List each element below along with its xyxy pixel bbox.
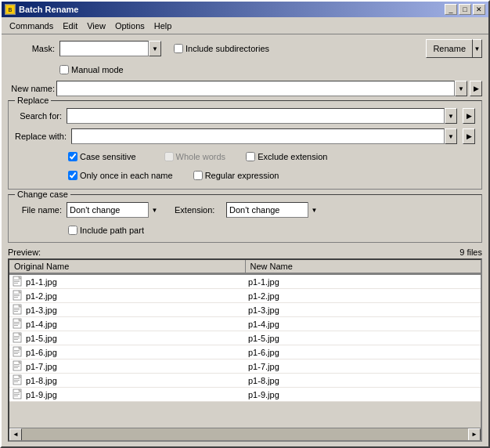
table-cell-original: p1-3.jpg xyxy=(9,303,245,317)
svg-rect-31 xyxy=(14,353,18,354)
new-name-dropdown-btn[interactable]: ▼ xyxy=(455,81,467,96)
scroll-track[interactable] xyxy=(22,428,468,441)
case-sensitive-label[interactable]: Case sensitive xyxy=(68,152,136,161)
table-row[interactable]: p1-5.jpg p1-5.jpg xyxy=(9,331,481,345)
svg-rect-5 xyxy=(14,281,20,282)
file-icon xyxy=(13,332,23,345)
menu-options[interactable]: Options xyxy=(110,20,150,32)
exclude-extension-checkbox[interactable] xyxy=(246,152,255,161)
mask-combo-wrap: *.* ▼ xyxy=(59,41,161,56)
table-cell-new: p1-8.jpg xyxy=(245,375,481,386)
file-icon xyxy=(13,318,23,331)
replace-with-row: Replace with: ▼ ▶ xyxy=(15,128,475,145)
svg-rect-9 xyxy=(14,294,20,294)
table-row[interactable]: p1-7.jpg p1-7.jpg xyxy=(9,359,481,374)
file-icon xyxy=(13,388,23,401)
table-row[interactable]: p1-4.jpg p1-4.jpg xyxy=(9,317,481,331)
change-case-label: Change case xyxy=(15,190,70,199)
file-name-label: File name: xyxy=(15,205,62,215)
change-case-section: Change case File name: Don't change ▼ Ex… xyxy=(8,194,482,243)
svg-rect-24 xyxy=(14,336,20,337)
table-cell-new: p1-9.jpg xyxy=(245,389,481,400)
new-name-input[interactable]: $(OriginalName) xyxy=(56,81,455,96)
menu-commands[interactable]: Commands xyxy=(5,20,58,32)
new-name-label: New name: xyxy=(8,84,55,93)
file-name-select-wrap: Don't change ▼ xyxy=(67,202,160,218)
scroll-left-btn[interactable]: ◄ xyxy=(9,428,22,441)
new-name-combo-wrap: $(OriginalName) ▼ xyxy=(56,81,467,96)
table-body[interactable]: p1-1.jpg p1-1.jpg p1-2.jpg p1-2.jpg xyxy=(9,275,481,428)
whole-words-label[interactable]: Whole words xyxy=(164,152,226,161)
extension-select[interactable]: Don't change xyxy=(226,202,320,218)
svg-text:B: B xyxy=(9,7,13,13)
rename-button[interactable]: Rename xyxy=(426,39,473,58)
replace-input[interactable] xyxy=(71,128,445,144)
col-original-header: Original Name xyxy=(9,260,246,274)
table-cell-original: p1-5.jpg xyxy=(9,331,245,345)
table-row[interactable]: p1-1.jpg p1-1.jpg xyxy=(9,275,481,289)
close-button[interactable]: ✕ xyxy=(473,4,485,15)
new-name-row: New name: $(OriginalName) ▼ ▶ xyxy=(8,80,482,97)
manual-mode-checkbox[interactable] xyxy=(59,65,69,74)
only-once-checkbox[interactable] xyxy=(68,171,77,180)
svg-rect-21 xyxy=(14,325,18,326)
svg-rect-26 xyxy=(14,339,18,340)
file-count: 9 files xyxy=(459,247,482,257)
mask-dropdown-btn[interactable]: ▼ xyxy=(149,41,161,56)
replace-dropdown-btn[interactable]: ▼ xyxy=(445,128,457,144)
file-name-select[interactable]: Don't change xyxy=(67,202,160,218)
horizontal-scrollbar[interactable]: ◄ ► xyxy=(9,428,481,440)
checkboxes-row2: Only once in each name Regular expressio… xyxy=(68,167,475,184)
table-cell-original: p1-8.jpg xyxy=(9,374,245,388)
table-row[interactable]: p1-8.jpg p1-8.jpg xyxy=(9,374,481,388)
replace-arrow-btn[interactable]: ▶ xyxy=(463,128,475,144)
include-path-label[interactable]: Include path part xyxy=(68,226,144,235)
menu-edit[interactable]: Edit xyxy=(58,20,82,32)
table-row[interactable]: p1-6.jpg p1-6.jpg xyxy=(9,345,481,359)
case-sensitive-checkbox[interactable] xyxy=(68,152,77,161)
search-dropdown-btn[interactable]: ▼ xyxy=(445,108,457,124)
table-header: Original Name New Name xyxy=(9,260,481,275)
svg-rect-36 xyxy=(14,367,18,368)
scroll-right-btn[interactable]: ► xyxy=(468,428,481,441)
manual-mode-label[interactable]: Manual mode xyxy=(59,65,124,74)
svg-rect-19 xyxy=(14,322,20,323)
menu-help[interactable]: Help xyxy=(150,20,177,32)
mask-input[interactable]: *.* xyxy=(59,41,149,56)
preview-label: Preview: xyxy=(8,247,41,257)
whole-words-checkbox[interactable] xyxy=(164,152,174,161)
new-name-arrow-btn[interactable]: ▶ xyxy=(470,81,482,96)
maximize-button[interactable]: □ xyxy=(459,4,471,15)
include-subdirs-checkbox[interactable] xyxy=(174,44,183,53)
svg-rect-35 xyxy=(14,366,20,367)
regex-label[interactable]: Regular expression xyxy=(193,171,279,180)
app-icon: B xyxy=(5,4,16,15)
replace-section-label: Replace xyxy=(15,96,51,105)
only-once-label[interactable]: Only once in each name xyxy=(68,171,173,180)
table-row[interactable]: p1-2.jpg p1-2.jpg xyxy=(9,289,481,303)
file-icon xyxy=(13,304,23,316)
table-cell-original: p1-9.jpg xyxy=(9,388,245,402)
mask-row: Mask: *.* ▼ Include subdirectories Renam… xyxy=(8,39,482,58)
svg-rect-6 xyxy=(14,283,18,284)
menu-view[interactable]: View xyxy=(82,20,110,32)
table-cell-new: p1-6.jpg xyxy=(245,347,481,358)
search-arrow-btn[interactable]: ▶ xyxy=(463,108,475,124)
include-path-row: Include path part xyxy=(68,222,475,239)
minimize-button[interactable]: _ xyxy=(445,4,457,15)
regex-checkbox[interactable] xyxy=(193,171,203,180)
svg-rect-29 xyxy=(14,350,20,351)
table-cell-new: p1-4.jpg xyxy=(245,319,481,330)
svg-rect-11 xyxy=(14,297,18,298)
table-row[interactable]: p1-3.jpg p1-3.jpg xyxy=(9,303,481,317)
replace-section: Replace Search for: ▼ ▶ Replace with: ▼ … xyxy=(8,100,482,190)
table-cell-original: p1-7.jpg xyxy=(9,359,245,374)
table-cell-original: p1-6.jpg xyxy=(9,345,245,359)
rename-dropdown-btn[interactable]: ▼ xyxy=(473,39,482,58)
search-input[interactable] xyxy=(67,108,445,124)
rename-button-wrap: Rename ▼ xyxy=(426,39,482,58)
table-row[interactable]: p1-9.jpg p1-9.jpg xyxy=(9,388,481,402)
exclude-extension-label[interactable]: Exclude extension xyxy=(246,152,327,161)
replace-with-label: Replace with: xyxy=(15,132,67,141)
include-path-checkbox[interactable] xyxy=(68,226,77,235)
